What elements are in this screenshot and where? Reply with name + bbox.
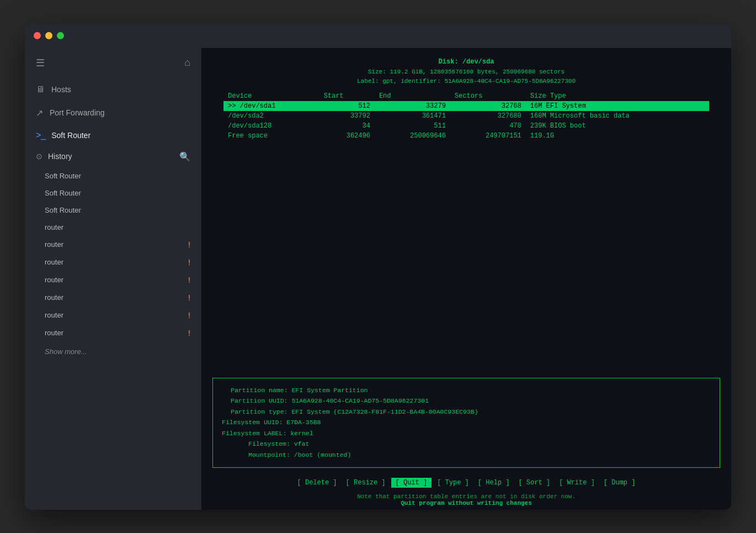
history-item[interactable]: Soft Router: [25, 184, 201, 202]
table-cell: 32768: [450, 101, 526, 111]
close-button[interactable]: [34, 32, 41, 39]
history-item[interactable]: router!: [25, 236, 201, 254]
detail-line2: Partition UUID: 51A6A928-40C4-CA19-AD75-…: [222, 395, 711, 407]
action-button[interactable]: [ Resize ]: [343, 478, 389, 488]
disk-size: Size: 119.2 GiB, 128035676160 bytes, 250…: [212, 67, 720, 77]
table-cell: 512: [320, 101, 375, 111]
table-header-cell: Size Type: [526, 91, 709, 101]
table-header: DeviceStartEndSectorsSize Type: [223, 91, 709, 101]
history-item-label: router: [45, 223, 63, 231]
history-item-label: Soft Router: [45, 189, 81, 197]
table-header-cell: Device: [223, 91, 320, 101]
hosts-label: Hosts: [51, 85, 71, 94]
alert-icon: !: [188, 329, 190, 337]
history-item-label: router: [45, 258, 63, 266]
menu-icon[interactable]: ☰: [36, 57, 45, 69]
action-button[interactable]: [ Sort ]: [515, 478, 553, 488]
detail-line4: Filesystem UUID: E7DA-35B8: [222, 417, 711, 428]
alert-icon: !: [188, 240, 190, 249]
history-item[interactable]: router!: [25, 271, 201, 289]
alert-icon: !: [188, 258, 190, 267]
history-item[interactable]: router!: [25, 254, 201, 271]
history-item[interactable]: router!: [25, 289, 201, 307]
alert-icon: !: [188, 276, 190, 284]
home-icon[interactable]: ⌂: [184, 57, 190, 68]
maximize-button[interactable]: [57, 32, 64, 39]
show-more-button[interactable]: Show more...: [25, 342, 201, 361]
partition-table-wrapper: DeviceStartEndSectorsSize Type >> /dev/s…: [201, 91, 731, 141]
alert-icon: !: [188, 311, 190, 320]
detail-line1: Partition name: EFI System Partition: [222, 385, 711, 396]
action-button[interactable]: [ Quit ]: [391, 478, 432, 488]
bottom-actions: [ Delete ][ Resize ][ Quit ][ Type ][ He…: [201, 473, 731, 492]
sidebar: ☰ ⌂ 🖥 Hosts ↗ Port Forwarding >_ Soft Ro…: [25, 48, 201, 510]
history-item[interactable]: router: [25, 219, 201, 236]
sidebar-header: ☰ ⌂: [25, 48, 201, 78]
history-item-label: Soft Router: [45, 206, 81, 214]
history-item-label: Soft Router: [45, 172, 81, 180]
search-icon[interactable]: 🔍: [179, 151, 190, 162]
table-cell: 249707151: [450, 131, 526, 141]
table-cell: 362496: [320, 131, 375, 141]
table-cell: 327680: [450, 111, 526, 121]
table-cell: /dev/sda128: [223, 121, 320, 131]
history-item-label: router: [45, 311, 63, 319]
history-item[interactable]: router!: [25, 324, 201, 342]
history-item[interactable]: router!: [25, 307, 201, 324]
note-line2: Quit program without writing changes: [201, 500, 731, 506]
main-window: ☰ ⌂ 🖥 Hosts ↗ Port Forwarding >_ Soft Ro…: [25, 24, 731, 510]
detail-line7: Mountpoint: /boot (mounted): [222, 450, 711, 461]
action-button[interactable]: [ Type ]: [434, 478, 472, 488]
hosts-icon: 🖥: [36, 85, 45, 94]
history-item[interactable]: Soft Router: [25, 167, 201, 184]
sidebar-item-port-forwarding[interactable]: ↗ Port Forwarding: [25, 101, 201, 125]
action-button[interactable]: [ Delete ]: [294, 478, 340, 488]
history-item-label: router: [45, 240, 63, 249]
partition-detail: Partition name: EFI System Partition Par…: [212, 378, 720, 468]
table-cell: /dev/sda2: [223, 111, 320, 121]
disk-title: Disk: /dev/sda: [212, 57, 720, 67]
table-cell: 250069646: [375, 131, 450, 141]
table-row[interactable]: /dev/sda233792361471327680160M Microsoft…: [223, 111, 709, 121]
titlebar: [25, 24, 731, 48]
table-row[interactable]: /dev/sda12834511478239K BIOS boot: [223, 121, 709, 131]
bottom-note: Note that partition table entries are no…: [201, 492, 731, 510]
table-cell: 16M EFI System: [526, 101, 709, 111]
table-header-cell: End: [375, 91, 450, 101]
table-header-cell: Sectors: [450, 91, 526, 101]
history-item-label: router: [45, 276, 63, 284]
minimize-button[interactable]: [45, 32, 52, 39]
table-cell: 239K BIOS boot: [526, 121, 709, 131]
detail-line6: Filesystem: vfat: [222, 439, 711, 450]
table-header-cell: Start: [320, 91, 375, 101]
history-header: ⊙ History 🔍: [25, 146, 201, 167]
history-item[interactable]: Soft Router: [25, 202, 201, 219]
history-item-label: router: [45, 329, 63, 337]
note-line1: Note that partition table entries are no…: [201, 493, 731, 500]
table-cell: Free space: [223, 131, 320, 141]
port-forwarding-label: Port Forwarding: [50, 108, 105, 117]
table-cell: 160M Microsoft basic data: [526, 111, 709, 121]
table-cell: 33279: [375, 101, 450, 111]
disk-info: Disk: /dev/sda Size: 119.2 GiB, 12803567…: [201, 48, 731, 91]
sidebar-item-soft-router[interactable]: >_ Soft Router: [25, 125, 201, 146]
history-list: Soft RouterSoft RouterSoft Routerrouterr…: [25, 167, 201, 342]
history-label: History: [48, 152, 72, 161]
action-button[interactable]: [ Dump ]: [600, 478, 639, 488]
table-body: >> /dev/sda1512332793276816M EFI System/…: [223, 101, 709, 141]
soft-router-label: Soft Router: [51, 131, 90, 140]
port-forward-icon: ↗: [36, 108, 43, 118]
main-content: ☰ ⌂ 🖥 Hosts ↗ Port Forwarding >_ Soft Ro…: [25, 48, 731, 510]
table-cell: 119.1G: [526, 131, 709, 141]
alert-icon: !: [188, 293, 190, 302]
table-row[interactable]: Free space362496250069646249707151119.1G: [223, 131, 709, 141]
detail-line3: Partition type: EFI System (C12A7328-F81…: [222, 407, 711, 418]
sidebar-item-hosts[interactable]: 🖥 Hosts: [25, 78, 201, 101]
action-button[interactable]: [ Write ]: [556, 478, 598, 488]
disk-label: Label: gpt, identifier: 51A6A928-40C4-CA…: [212, 77, 720, 87]
table-cell: 34: [320, 121, 375, 131]
table-row[interactable]: >> /dev/sda1512332793276816M EFI System: [223, 101, 709, 111]
terminal-icon: >_: [36, 130, 46, 140]
history-item-label: router: [45, 293, 63, 302]
action-button[interactable]: [ Help ]: [475, 478, 513, 488]
